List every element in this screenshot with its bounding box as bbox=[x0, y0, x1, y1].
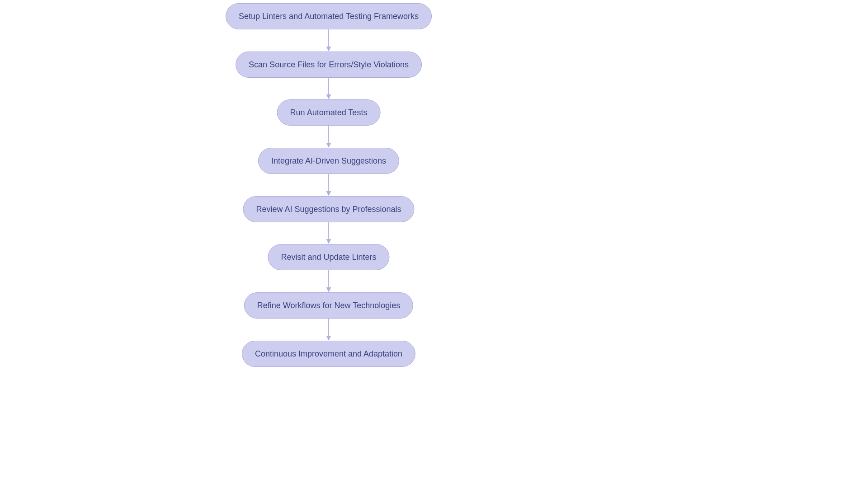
flow-node-scan-source: Scan Source Files for Errors/Style Viola… bbox=[236, 52, 422, 78]
node-label: Run Automated Tests bbox=[290, 108, 368, 117]
flow-node-integrate-ai: Integrate AI-Driven Suggestions bbox=[258, 148, 399, 174]
node-label: Review AI Suggestions by Professionals bbox=[256, 205, 401, 214]
flow-node-continuous-improve: Continuous Improvement and Adaptation bbox=[242, 341, 415, 367]
node-label: Continuous Improvement and Adaptation bbox=[255, 349, 402, 359]
node-label: Integrate AI-Driven Suggestions bbox=[271, 156, 386, 166]
connector-layer bbox=[0, 0, 868, 488]
flowchart-canvas: Setup Linters and Automated Testing Fram… bbox=[0, 0, 868, 488]
node-label: Scan Source Files for Errors/Style Viola… bbox=[249, 60, 409, 70]
flow-node-setup-linters: Setup Linters and Automated Testing Fram… bbox=[226, 3, 432, 29]
flow-node-revisit-linters: Revisit and Update Linters bbox=[268, 244, 389, 270]
node-label: Refine Workflows for New Technologies bbox=[257, 301, 400, 310]
flow-node-refine-workflows: Refine Workflows for New Technologies bbox=[244, 292, 413, 319]
flow-node-review-ai: Review AI Suggestions by Professionals bbox=[243, 196, 414, 222]
node-label: Revisit and Update Linters bbox=[281, 253, 376, 262]
flow-node-run-tests: Run Automated Tests bbox=[277, 99, 381, 126]
node-label: Setup Linters and Automated Testing Fram… bbox=[239, 12, 419, 21]
